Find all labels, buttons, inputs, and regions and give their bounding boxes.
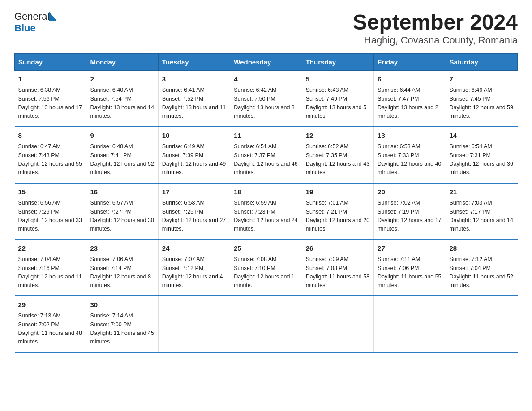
calendar-subtitle: Haghig, Covasna County, Romania [353,34,518,46]
logo-icon [49,12,57,21]
day-number: 18 [234,187,298,197]
day-info: Sunrise: 6:56 AMSunset: 7:29 PMDaylight:… [18,199,83,234]
page-header: General Blue September 2024 Haghig, Cova… [14,11,518,46]
calendar-cell: 19Sunrise: 7:01 AMSunset: 7:21 PMDayligh… [302,183,373,240]
day-info: Sunrise: 6:58 AMSunset: 7:25 PMDaylight:… [162,199,226,234]
logo: General Blue [14,11,57,34]
day-info: Sunrise: 7:06 AMSunset: 7:14 PMDaylight:… [90,255,154,290]
day-info: Sunrise: 6:43 AMSunset: 7:49 PMDaylight:… [306,86,370,121]
calendar-cell: 7Sunrise: 6:46 AMSunset: 7:45 PMDaylight… [446,70,517,127]
day-info: Sunrise: 6:42 AMSunset: 7:50 PMDaylight:… [234,86,298,121]
day-info: Sunrise: 6:47 AMSunset: 7:43 PMDaylight:… [18,142,83,177]
day-number: 7 [450,74,514,85]
day-info: Sunrise: 6:54 AMSunset: 7:31 PMDaylight:… [450,142,514,177]
calendar-cell: 26Sunrise: 7:09 AMSunset: 7:08 PMDayligh… [302,240,373,296]
day-number: 1 [18,74,83,85]
day-number: 22 [18,244,83,254]
day-info: Sunrise: 7:14 AMSunset: 7:00 PMDaylight:… [90,312,154,347]
calendar-cell: 23Sunrise: 7:06 AMSunset: 7:14 PMDayligh… [86,240,158,296]
day-header-thursday: Thursday [302,53,373,70]
day-info: Sunrise: 7:07 AMSunset: 7:12 PMDaylight:… [162,255,226,290]
calendar-cell: 29Sunrise: 7:13 AMSunset: 7:02 PMDayligh… [15,296,86,352]
day-info: Sunrise: 6:44 AMSunset: 7:47 PMDaylight:… [378,86,442,121]
day-number: 20 [378,187,442,197]
day-info: Sunrise: 7:11 AMSunset: 7:06 PMDaylight:… [378,255,442,290]
title-block: September 2024 Haghig, Covasna County, R… [353,11,518,46]
day-header-friday: Friday [374,53,446,70]
calendar-cell: 4Sunrise: 6:42 AMSunset: 7:50 PMDaylight… [230,70,302,127]
calendar-cell: 9Sunrise: 6:48 AMSunset: 7:41 PMDaylight… [86,127,158,183]
day-number: 13 [378,131,442,141]
calendar-header-row: SundayMondayTuesdayWednesdayThursdayFrid… [15,53,518,70]
day-number: 10 [162,131,226,141]
day-number: 23 [90,244,154,254]
calendar-cell: 24Sunrise: 7:07 AMSunset: 7:12 PMDayligh… [158,240,230,296]
calendar-cell: 28Sunrise: 7:12 AMSunset: 7:04 PMDayligh… [446,240,517,296]
day-info: Sunrise: 7:09 AMSunset: 7:08 PMDaylight:… [306,255,370,290]
calendar-cell: 13Sunrise: 6:53 AMSunset: 7:33 PMDayligh… [374,127,446,183]
calendar-cell: 8Sunrise: 6:47 AMSunset: 7:43 PMDaylight… [15,127,86,183]
calendar-cell: 25Sunrise: 7:08 AMSunset: 7:10 PMDayligh… [230,240,302,296]
day-header-saturday: Saturday [446,53,517,70]
day-info: Sunrise: 7:13 AMSunset: 7:02 PMDaylight:… [18,312,83,347]
calendar-cell [230,296,302,352]
calendar-cell: 15Sunrise: 6:56 AMSunset: 7:29 PMDayligh… [15,183,86,240]
day-number: 14 [450,131,514,141]
day-number: 4 [234,74,298,85]
day-number: 24 [162,244,226,254]
day-number: 3 [162,74,226,85]
day-info: Sunrise: 6:38 AMSunset: 7:56 PMDaylight:… [18,86,83,121]
svg-marker-0 [49,12,57,21]
day-info: Sunrise: 6:59 AMSunset: 7:23 PMDaylight:… [234,199,298,234]
day-number: 5 [306,74,370,85]
calendar-cell: 20Sunrise: 7:02 AMSunset: 7:19 PMDayligh… [374,183,446,240]
day-number: 8 [18,131,83,141]
day-info: Sunrise: 6:57 AMSunset: 7:27 PMDaylight:… [90,199,154,234]
calendar-cell: 3Sunrise: 6:41 AMSunset: 7:52 PMDaylight… [158,70,230,127]
day-header-wednesday: Wednesday [230,53,302,70]
day-number: 28 [450,244,514,254]
day-info: Sunrise: 7:04 AMSunset: 7:16 PMDaylight:… [18,255,83,290]
calendar-cell: 6Sunrise: 6:44 AMSunset: 7:47 PMDaylight… [374,70,446,127]
calendar-cell: 11Sunrise: 6:51 AMSunset: 7:37 PMDayligh… [230,127,302,183]
day-info: Sunrise: 6:48 AMSunset: 7:41 PMDaylight:… [90,142,154,177]
day-info: Sunrise: 7:03 AMSunset: 7:17 PMDaylight:… [450,199,514,234]
calendar-cell [446,296,517,352]
calendar-cell: 17Sunrise: 6:58 AMSunset: 7:25 PMDayligh… [158,183,230,240]
day-number: 19 [306,187,370,197]
calendar-cell: 21Sunrise: 7:03 AMSunset: 7:17 PMDayligh… [446,183,517,240]
day-info: Sunrise: 7:12 AMSunset: 7:04 PMDaylight:… [450,255,514,290]
day-number: 26 [306,244,370,254]
day-number: 6 [378,74,442,85]
day-number: 21 [450,187,514,197]
day-number: 11 [234,131,298,141]
calendar-week-row: 8Sunrise: 6:47 AMSunset: 7:43 PMDaylight… [15,127,518,183]
day-number: 25 [234,244,298,254]
calendar-cell: 27Sunrise: 7:11 AMSunset: 7:06 PMDayligh… [374,240,446,296]
calendar-cell: 2Sunrise: 6:40 AMSunset: 7:54 PMDaylight… [86,70,158,127]
day-info: Sunrise: 6:52 AMSunset: 7:35 PMDaylight:… [306,142,370,177]
day-info: Sunrise: 7:08 AMSunset: 7:10 PMDaylight:… [234,255,298,290]
calendar-cell: 10Sunrise: 6:49 AMSunset: 7:39 PMDayligh… [158,127,230,183]
day-info: Sunrise: 6:51 AMSunset: 7:37 PMDaylight:… [234,142,298,177]
calendar-week-row: 29Sunrise: 7:13 AMSunset: 7:02 PMDayligh… [15,296,518,352]
day-number: 9 [90,131,154,141]
day-header-tuesday: Tuesday [158,53,230,70]
day-info: Sunrise: 6:53 AMSunset: 7:33 PMDaylight:… [378,142,442,177]
day-number: 17 [162,187,226,197]
calendar-cell: 1Sunrise: 6:38 AMSunset: 7:56 PMDaylight… [15,70,86,127]
calendar-cell: 14Sunrise: 6:54 AMSunset: 7:31 PMDayligh… [446,127,517,183]
calendar-cell: 18Sunrise: 6:59 AMSunset: 7:23 PMDayligh… [230,183,302,240]
calendar-week-row: 15Sunrise: 6:56 AMSunset: 7:29 PMDayligh… [15,183,518,240]
calendar-cell: 22Sunrise: 7:04 AMSunset: 7:16 PMDayligh… [15,240,86,296]
calendar-table: SundayMondayTuesdayWednesdayThursdayFrid… [14,53,518,353]
day-header-sunday: Sunday [15,53,86,70]
calendar-cell: 30Sunrise: 7:14 AMSunset: 7:00 PMDayligh… [86,296,158,352]
calendar-week-row: 1Sunrise: 6:38 AMSunset: 7:56 PMDaylight… [15,70,518,127]
day-number: 27 [378,244,442,254]
day-number: 30 [90,300,154,310]
day-number: 2 [90,74,154,85]
day-info: Sunrise: 7:02 AMSunset: 7:19 PMDaylight:… [378,199,442,234]
logo-text-blue: Blue [14,22,36,34]
calendar-title: September 2024 [353,11,518,34]
